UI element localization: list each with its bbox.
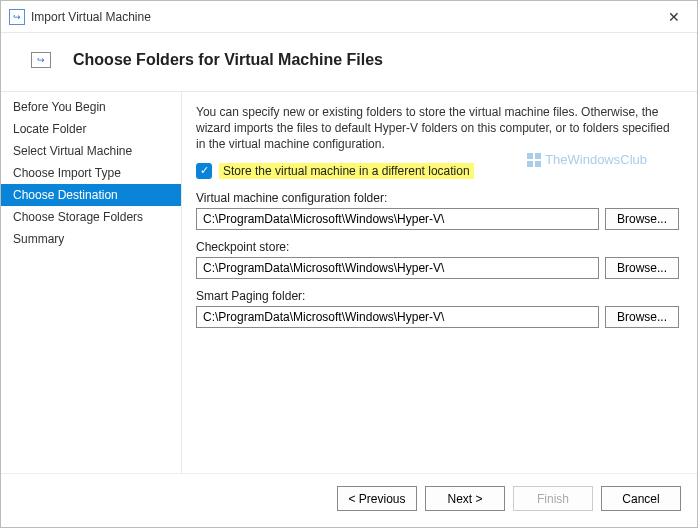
sidebar-item-summary[interactable]: Summary <box>1 228 181 250</box>
wizard-content: You can specify new or existing folders … <box>181 91 697 473</box>
config-folder-group: Virtual machine configuration folder: Br… <box>196 191 679 230</box>
close-button[interactable]: ✕ <box>651 1 697 33</box>
smart-paging-input[interactable] <box>196 306 599 328</box>
cancel-button[interactable]: Cancel <box>601 486 681 511</box>
window-title: Import Virtual Machine <box>31 10 651 24</box>
config-folder-label: Virtual machine configuration folder: <box>196 191 679 205</box>
app-icon: ↪ <box>9 9 25 25</box>
titlebar: ↪ Import Virtual Machine ✕ <box>1 1 697 33</box>
smart-paging-label: Smart Paging folder: <box>196 289 679 303</box>
intro-text: You can specify new or existing folders … <box>196 104 679 153</box>
config-folder-browse-button[interactable]: Browse... <box>605 208 679 230</box>
smart-paging-browse-button[interactable]: Browse... <box>605 306 679 328</box>
previous-button[interactable]: < Previous <box>337 486 417 511</box>
store-different-location-checkbox[interactable]: ✓ <box>196 163 212 179</box>
store-different-location-row[interactable]: ✓ Store the virtual machine in a differe… <box>196 163 679 179</box>
wizard-icon: ↪ <box>31 52 51 68</box>
sidebar-item-before-you-begin[interactable]: Before You Begin <box>1 96 181 118</box>
next-button[interactable]: Next > <box>425 486 505 511</box>
wizard-steps-sidebar: Before You Begin Locate Folder Select Vi… <box>1 91 181 473</box>
sidebar-item-choose-import-type[interactable]: Choose Import Type <box>1 162 181 184</box>
sidebar-item-select-vm[interactable]: Select Virtual Machine <box>1 140 181 162</box>
wizard-footer: < Previous Next > Finish Cancel <box>1 473 697 527</box>
sidebar-item-locate-folder[interactable]: Locate Folder <box>1 118 181 140</box>
close-icon: ✕ <box>668 9 680 25</box>
config-folder-input[interactable] <box>196 208 599 230</box>
wizard-header: ↪ Choose Folders for Virtual Machine Fil… <box>1 33 697 91</box>
checkpoint-store-group: Checkpoint store: Browse... <box>196 240 679 279</box>
wizard-window: ↪ Import Virtual Machine ✕ ↪ Choose Fold… <box>0 0 698 528</box>
svg-rect-1 <box>535 153 541 159</box>
finish-button: Finish <box>513 486 593 511</box>
svg-rect-0 <box>527 153 533 159</box>
page-title: Choose Folders for Virtual Machine Files <box>73 51 383 69</box>
checkpoint-store-label: Checkpoint store: <box>196 240 679 254</box>
checkpoint-store-browse-button[interactable]: Browse... <box>605 257 679 279</box>
sidebar-item-choose-storage-folders[interactable]: Choose Storage Folders <box>1 206 181 228</box>
wizard-body: Before You Begin Locate Folder Select Vi… <box>1 91 697 473</box>
checkmark-icon: ✓ <box>200 164 209 177</box>
checkpoint-store-input[interactable] <box>196 257 599 279</box>
sidebar-item-choose-destination[interactable]: Choose Destination <box>1 184 181 206</box>
smart-paging-group: Smart Paging folder: Browse... <box>196 289 679 328</box>
store-different-location-label: Store the virtual machine in a different… <box>219 163 474 179</box>
